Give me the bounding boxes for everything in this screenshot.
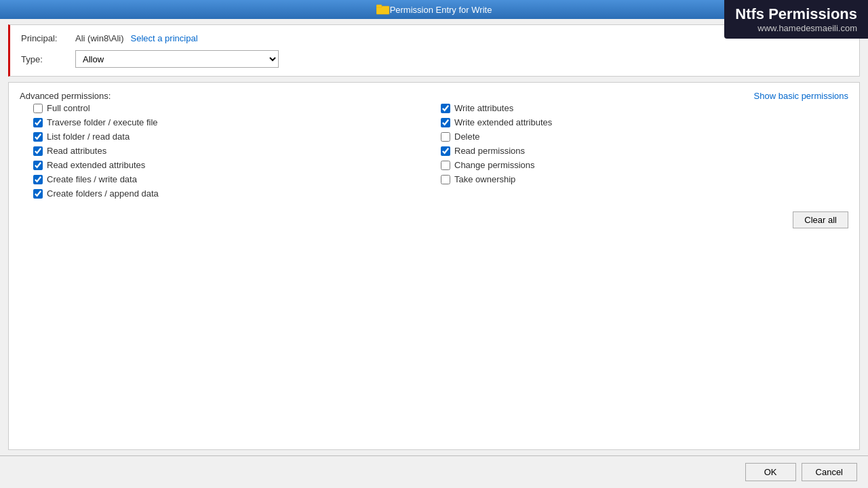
dialog-window: Ntfs Permissions www.hamedesmaeili.com P… xyxy=(0,0,868,488)
perm-read-attributes: Read attributes xyxy=(33,144,441,158)
type-select[interactable]: Allow Deny xyxy=(75,50,279,68)
label-list-folder: List folder / read data xyxy=(47,131,130,142)
perm-traverse-folder: Traverse folder / execute file xyxy=(33,115,441,129)
folder-icon xyxy=(376,4,390,15)
label-read-attributes: Read attributes xyxy=(47,146,106,156)
cancel-button[interactable]: Cancel xyxy=(802,463,857,481)
svg-rect-1 xyxy=(376,5,382,7)
perm-full-control: Full control xyxy=(33,101,441,115)
permissions-section: Advanced permissions: Show basic permiss… xyxy=(8,82,860,450)
clear-all-button[interactable]: Clear all xyxy=(793,211,848,228)
show-basic-permissions-link[interactable]: Show basic permissions xyxy=(754,91,848,101)
label-read-extended-attributes: Read extended attributes xyxy=(47,160,145,170)
perm-read-extended-attributes: Read extended attributes xyxy=(33,158,441,172)
perm-take-ownership: Take ownership xyxy=(441,172,848,186)
watermark: Ntfs Permissions www.hamedesmaeili.com xyxy=(724,0,868,39)
perm-change-permissions: Change permissions xyxy=(441,158,848,172)
checkbox-write-attributes[interactable] xyxy=(441,104,450,113)
checkbox-write-extended-attributes[interactable] xyxy=(441,118,450,127)
checkbox-delete[interactable] xyxy=(441,132,450,142)
left-column: Full control Traverse folder / execute f… xyxy=(33,101,441,201)
permissions-title: Advanced permissions: xyxy=(20,91,111,101)
label-create-folders: Create folders / append data xyxy=(47,188,159,199)
principal-value: Ali (win8\Ali) xyxy=(75,33,124,43)
checkbox-list-folder[interactable] xyxy=(33,132,43,142)
dialog-title: Permission Entry for Write xyxy=(390,5,492,15)
label-change-permissions: Change permissions xyxy=(454,160,535,170)
perm-delete: Delete xyxy=(441,129,848,144)
label-delete: Delete xyxy=(454,131,480,142)
select-principal-link[interactable]: Select a principal xyxy=(131,33,198,43)
checkbox-full-control[interactable] xyxy=(33,104,43,113)
perm-create-folders: Create folders / append data xyxy=(33,186,441,201)
perm-write-extended-attributes: Write extended attributes xyxy=(441,115,848,129)
checkbox-read-permissions[interactable] xyxy=(441,146,450,156)
principal-label: Principal: xyxy=(21,33,75,43)
perm-create-files: Create files / write data xyxy=(33,172,441,186)
checkbox-create-files[interactable] xyxy=(33,175,43,184)
label-take-ownership: Take ownership xyxy=(454,174,515,184)
ok-button[interactable]: OK xyxy=(745,463,796,481)
checkbox-read-extended-attributes[interactable] xyxy=(33,161,43,170)
label-read-permissions: Read permissions xyxy=(454,146,525,156)
checkbox-read-attributes[interactable] xyxy=(33,146,43,156)
label-traverse-folder: Traverse folder / execute file xyxy=(47,117,158,127)
perm-list-folder: List folder / read data xyxy=(33,129,441,144)
checkbox-create-folders[interactable] xyxy=(33,189,43,199)
watermark-title: Ntfs Permissions xyxy=(735,5,857,23)
checkbox-traverse-folder[interactable] xyxy=(33,118,43,127)
type-label: Type: xyxy=(21,54,75,64)
checkbox-take-ownership[interactable] xyxy=(441,175,450,184)
label-create-files: Create files / write data xyxy=(47,174,137,184)
clear-all-row: Clear all xyxy=(20,211,848,228)
bottom-bar: OK Cancel xyxy=(0,455,868,488)
watermark-url: www.hamedesmaeili.com xyxy=(735,23,857,33)
dialog-content: Principal: Ali (win8\Ali) Select a princ… xyxy=(0,19,868,455)
label-write-extended-attributes: Write extended attributes xyxy=(454,117,552,127)
right-column: Write attributes Write extended attribut… xyxy=(441,101,848,201)
perm-write-attributes: Write attributes xyxy=(441,101,848,115)
permissions-grid: Full control Traverse folder / execute f… xyxy=(33,101,848,201)
type-row: Type: Allow Deny xyxy=(21,50,848,68)
label-full-control: Full control xyxy=(47,103,90,113)
checkbox-change-permissions[interactable] xyxy=(441,161,450,170)
label-write-attributes: Write attributes xyxy=(454,103,513,113)
perm-read-permissions: Read permissions xyxy=(441,144,848,158)
